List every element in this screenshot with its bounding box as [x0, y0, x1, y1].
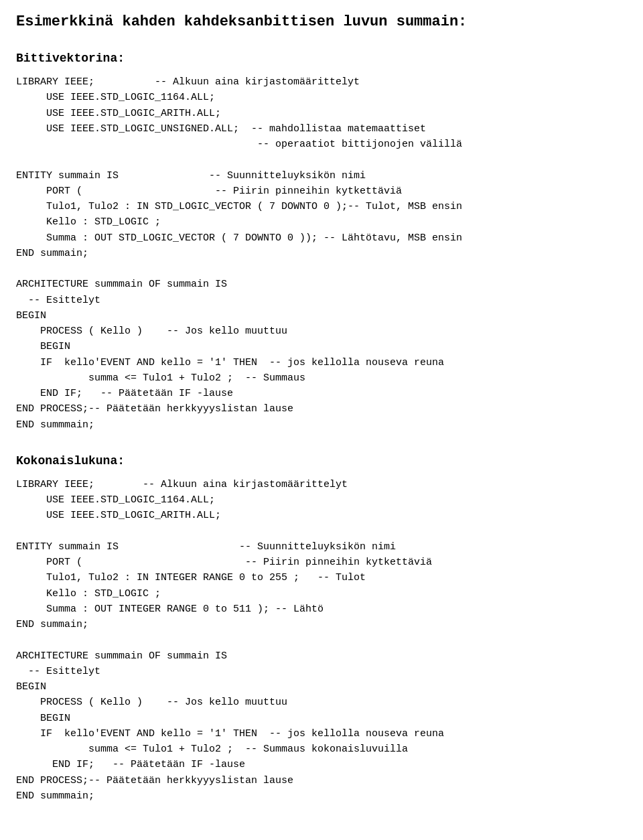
section1-label: Bittivektorina: — [16, 52, 627, 65]
section1-code: LIBRARY IEEE; -- Alkuun aina kirjastomää… — [16, 74, 627, 433]
page-title: Esimerkkinä kahden kahdeksanbittisen luv… — [16, 13, 627, 30]
section2-label: Kokonaislukuna: — [16, 454, 627, 468]
section2-code: LIBRARY IEEE; -- Alkuun aina kirjastomää… — [16, 477, 627, 804]
